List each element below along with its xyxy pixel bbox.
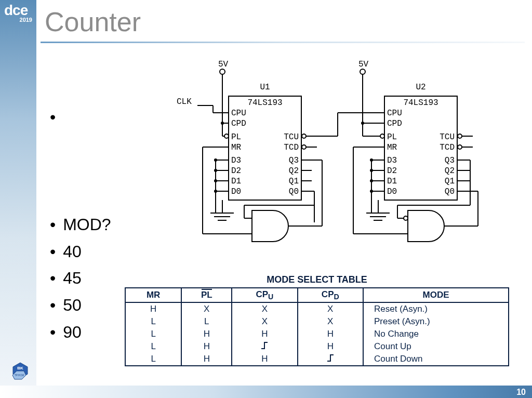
bullet-item: MOD?: [50, 211, 111, 238]
mode-cell: Preset (Asyn.): [363, 315, 509, 328]
svg-point-112: [458, 134, 462, 138]
mode-cell: No Change: [363, 328, 509, 340]
bullet-item: 40: [50, 238, 111, 266]
svg-point-57: [214, 179, 217, 182]
table-cell: [298, 353, 363, 366]
bullet-item: 45: [50, 265, 111, 292]
svg-text:BK: BK: [17, 366, 23, 370]
bullet-item: [50, 104, 111, 131]
bullet-item: 90: [50, 319, 111, 346]
mode-cell: Count Up: [363, 340, 509, 353]
slide-title: Counter: [45, 6, 141, 37]
mode-cell: Reset (Asyn.): [363, 302, 509, 315]
svg-text:Q2: Q2: [289, 166, 299, 176]
svg-text:MR: MR: [387, 143, 397, 152]
svg-point-116: [404, 216, 408, 220]
svg-text:Q3: Q3: [289, 156, 299, 165]
table-cell: [232, 340, 297, 353]
table-cell: L: [125, 353, 181, 366]
bullet-item: 50: [50, 292, 111, 319]
svg-text:PL: PL: [231, 132, 241, 142]
mode-cell: Count Down: [363, 353, 509, 366]
bullet-list: MOD? 40 45 50 90: [50, 104, 111, 346]
svg-text:Q0: Q0: [289, 187, 299, 196]
col-pl: PL: [181, 288, 232, 302]
svg-point-44: [224, 134, 229, 138]
table-cell: X: [298, 315, 363, 328]
table-cell: H: [298, 340, 363, 353]
svg-text:Q3: Q3: [445, 156, 455, 165]
svg-point-113: [458, 145, 462, 149]
dce-logo: dce 2019: [4, 3, 32, 23]
footer-bar: [0, 386, 532, 398]
svg-text:D0: D0: [387, 187, 397, 196]
svg-point-100: [370, 190, 373, 193]
table-cell: H: [181, 353, 232, 366]
svg-text:MR: MR: [231, 143, 242, 152]
svg-text:PL: PL: [387, 132, 397, 142]
table-cell: X: [232, 302, 297, 315]
svg-point-90: [380, 134, 384, 138]
svg-point-99: [370, 179, 373, 182]
col-cpu: CPU: [232, 288, 297, 302]
bk-logo: BK TP.HCM: [9, 362, 31, 383]
svg-point-56: [214, 169, 217, 172]
svg-point-55: [214, 158, 217, 162]
svg-text:CPD: CPD: [231, 119, 246, 128]
svg-text:D1: D1: [387, 177, 397, 186]
svg-point-39: [220, 69, 225, 74]
table-cell: X: [298, 302, 363, 315]
table-cell: H: [232, 353, 297, 366]
svg-point-98: [370, 169, 373, 172]
col-cpd: CPD: [298, 288, 363, 302]
svg-text:Q1: Q1: [445, 177, 455, 186]
svg-text:TCD: TCD: [440, 143, 455, 152]
svg-text:D2: D2: [387, 166, 397, 176]
table-cell: L: [125, 328, 181, 340]
svg-text:D1: D1: [231, 177, 241, 186]
logo-text: dce: [4, 3, 32, 18]
svg-text:CPD: CPD: [387, 119, 402, 128]
svg-text:Q2: Q2: [445, 166, 455, 176]
svg-point-86: [360, 69, 365, 74]
table-cell: X: [232, 315, 297, 328]
sidebar: [0, 0, 36, 398]
table-cell: L: [125, 315, 181, 328]
table-cell: L: [181, 315, 232, 328]
svg-point-78: [302, 134, 306, 138]
svg-text:Q0: Q0: [445, 187, 455, 196]
svg-text:D2: D2: [231, 166, 241, 176]
svg-point-89: [361, 122, 364, 125]
svg-text:D3: D3: [231, 156, 241, 165]
title-underline: [41, 42, 525, 43]
svg-text:5V: 5V: [218, 60, 229, 69]
svg-text:TCD: TCD: [284, 143, 299, 152]
svg-text:U1: U1: [260, 83, 270, 92]
svg-text:CPU: CPU: [387, 109, 402, 118]
table-cell: H: [298, 328, 363, 340]
table-cell: H: [232, 328, 297, 340]
table-cell: L: [125, 340, 181, 353]
svg-text:74LS193: 74LS193: [403, 98, 438, 108]
svg-text:Q1: Q1: [289, 177, 299, 186]
page-number: 10: [516, 388, 526, 397]
table-cell: H: [181, 340, 232, 353]
svg-text:CLK: CLK: [177, 97, 192, 107]
circuit-diagram: .w { stroke:#000; stroke-width:2; fill:n…: [161, 57, 525, 244]
col-mode: MODE: [363, 288, 509, 302]
svg-text:5V: 5V: [358, 60, 369, 69]
svg-text:TCU: TCU: [440, 132, 455, 142]
svg-text:D0: D0: [231, 187, 241, 196]
table-title: MODE SELECT TABLE: [125, 274, 509, 285]
table-cell: H: [125, 302, 181, 315]
svg-point-79: [302, 145, 306, 149]
svg-text:74LS193: 74LS193: [247, 98, 282, 108]
col-mr: MR: [125, 288, 181, 302]
svg-text:TP.HCM: TP.HCM: [15, 374, 24, 377]
svg-text:D3: D3: [387, 156, 397, 165]
svg-text:CPU: CPU: [231, 109, 246, 118]
svg-point-58: [214, 190, 217, 193]
svg-text:TCU: TCU: [284, 132, 299, 142]
table-cell: X: [181, 302, 232, 315]
table-cell: H: [181, 328, 232, 340]
